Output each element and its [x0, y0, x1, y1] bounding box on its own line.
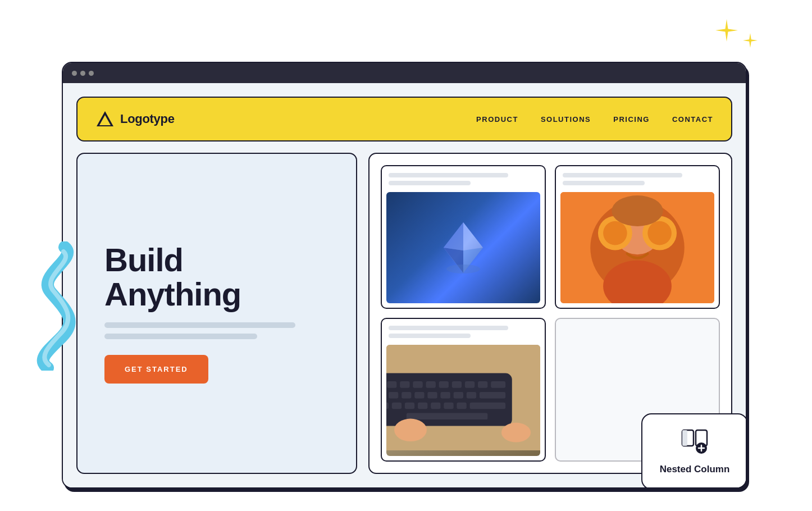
- svg-rect-40: [405, 403, 414, 409]
- logo-text: Logotype: [120, 112, 175, 126]
- hero-panel: Build Anything GET STARTED: [76, 153, 357, 474]
- right-panel: Nested Column: [368, 153, 732, 474]
- card-woman: [555, 165, 720, 309]
- svg-point-48: [501, 423, 531, 442]
- svg-point-14: [647, 221, 672, 245]
- hero-line-2: [104, 334, 257, 339]
- cta-button[interactable]: GET STARTED: [104, 355, 208, 384]
- nav-contact[interactable]: CONTACT: [672, 115, 713, 124]
- card-line: [389, 173, 508, 177]
- navbar: Logotype PRODUCT SOLUTIONS PRICING CONTA…: [76, 97, 732, 142]
- squiggle-decoration: [31, 241, 79, 371]
- hero-line-1: [104, 322, 295, 328]
- nested-column-tooltip: Nested Column: [641, 413, 747, 489]
- svg-rect-42: [431, 403, 440, 409]
- svg-rect-26: [465, 381, 475, 388]
- svg-rect-27: [478, 381, 487, 388]
- woman-image: [560, 192, 714, 303]
- svg-rect-34: [441, 392, 450, 399]
- svg-rect-41: [418, 403, 427, 409]
- card-woman-lines: [556, 166, 719, 192]
- svg-rect-23: [426, 381, 435, 388]
- browser-content: Logotype PRODUCT SOLUTIONS PRICING CONTA…: [63, 83, 746, 487]
- svg-rect-44: [457, 403, 466, 409]
- card-keyboard-lines: [382, 319, 545, 345]
- nav-solutions[interactable]: SOLUTIONS: [541, 115, 591, 124]
- svg-rect-33: [427, 392, 437, 399]
- card-line: [563, 181, 645, 185]
- nav-product[interactable]: PRODUCT: [476, 115, 518, 124]
- svg-rect-52: [682, 430, 687, 446]
- nav-links: PRODUCT SOLUTIONS PRICING CONTACT: [476, 115, 713, 124]
- svg-rect-43: [444, 403, 453, 409]
- logo-icon: [95, 110, 115, 129]
- svg-rect-46: [407, 413, 488, 419]
- svg-rect-36: [467, 392, 476, 399]
- svg-marker-4: [444, 222, 463, 250]
- sparkle-star-2: [742, 33, 758, 51]
- card-line: [389, 181, 471, 185]
- svg-point-7: [446, 264, 480, 273]
- svg-marker-3: [463, 222, 483, 250]
- hero-title-line2: Anything: [104, 276, 241, 312]
- nested-column-icon: [680, 428, 709, 457]
- card-keyboard-image: [386, 345, 540, 456]
- nav-pricing[interactable]: PRICING: [613, 115, 650, 124]
- svg-point-13: [603, 221, 627, 245]
- svg-rect-32: [414, 392, 424, 399]
- sparkle-star-1: [714, 18, 739, 45]
- svg-rect-38: [386, 403, 389, 409]
- svg-rect-22: [413, 381, 422, 388]
- logo-area: Logotype: [95, 110, 175, 129]
- svg-rect-45: [470, 403, 506, 409]
- svg-rect-31: [402, 392, 411, 399]
- card-crystal-image: [386, 192, 540, 303]
- svg-rect-30: [389, 392, 398, 399]
- svg-point-47: [394, 419, 427, 441]
- card-line: [563, 173, 682, 177]
- hero-title: Build Anything: [104, 243, 329, 312]
- browser-dot-2: [80, 71, 85, 76]
- card-crystal-lines: [382, 166, 545, 192]
- main-content: Build Anything GET STARTED: [76, 153, 732, 474]
- keyboard-image: [386, 345, 540, 456]
- svg-rect-24: [439, 381, 449, 388]
- svg-rect-21: [400, 381, 409, 388]
- card-line: [389, 334, 471, 338]
- svg-rect-37: [480, 392, 505, 399]
- svg-rect-25: [452, 381, 462, 388]
- browser-dot-1: [72, 71, 77, 76]
- svg-point-15: [612, 195, 663, 226]
- svg-rect-28: [491, 381, 505, 388]
- card-keyboard: [381, 318, 546, 462]
- card-crystal: [381, 165, 546, 309]
- browser-window: Logotype PRODUCT SOLUTIONS PRICING CONTA…: [62, 62, 747, 489]
- hero-title-line1: Build: [104, 241, 183, 278]
- crystal-image: [386, 192, 540, 303]
- svg-rect-39: [392, 403, 402, 409]
- svg-rect-35: [454, 392, 463, 399]
- nested-column-label: Nested Column: [660, 464, 730, 475]
- browser-dot-3: [89, 71, 94, 76]
- card-woman-image: [560, 192, 714, 303]
- card-line: [389, 326, 508, 330]
- hero-description-lines: [104, 322, 329, 339]
- svg-rect-20: [387, 381, 396, 388]
- browser-topbar: [63, 63, 746, 83]
